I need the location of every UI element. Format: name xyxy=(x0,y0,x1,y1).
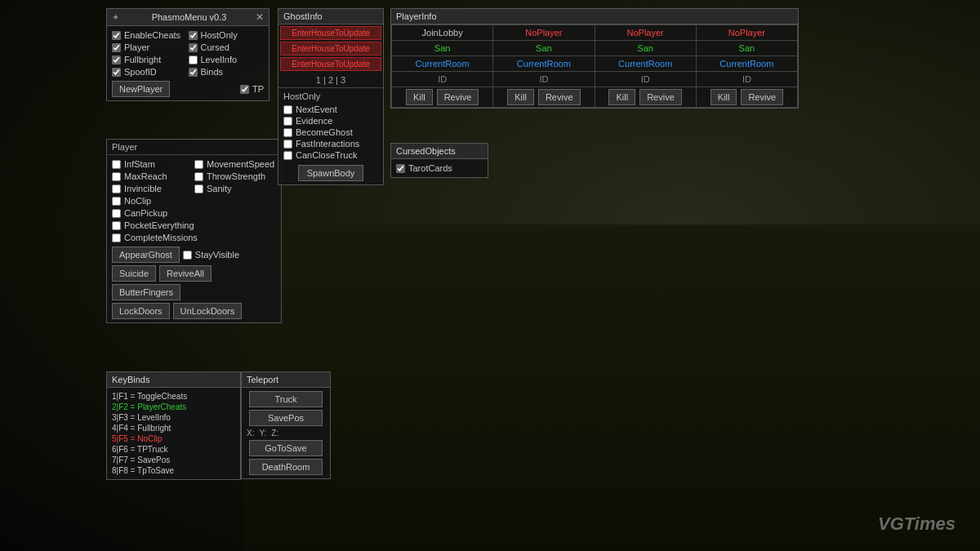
main-panel-close[interactable]: ✕ xyxy=(256,11,264,23)
tp-checkbox[interactable] xyxy=(240,85,249,94)
become-ghost-checkbox[interactable] xyxy=(283,128,292,137)
revive-all-button[interactable]: ReviveAll xyxy=(159,265,212,282)
noplayer-1-cell: NoPlayer xyxy=(493,25,595,41)
player-panel: Player InfStam MovementSpeed MaxReach Th… xyxy=(106,139,282,323)
stay-visible-checkbox[interactable] xyxy=(183,251,192,260)
go-to-save-button[interactable]: GoToSave xyxy=(249,440,323,456)
pocketeverything-checkbox[interactable] xyxy=(112,221,121,230)
maxreach-checkbox[interactable] xyxy=(112,172,121,181)
cursed-checkbox[interactable] xyxy=(189,43,198,52)
enter-house-2-button[interactable]: EnterHouseToUpdate xyxy=(280,42,381,56)
ghost-pages: 1 | 2 | 3 xyxy=(278,73,383,87)
tarot-cards-label: TarotCards xyxy=(408,163,452,173)
infstam-checkbox[interactable] xyxy=(112,160,121,169)
spoofid-checkbox[interactable] xyxy=(112,68,121,77)
canpickup-checkbox[interactable] xyxy=(112,209,121,218)
binds-label: Binds xyxy=(201,67,224,77)
revive-2-button[interactable]: Revive xyxy=(639,89,682,105)
kill-revive-0: Kill Revive xyxy=(392,87,493,108)
next-event-checkbox[interactable] xyxy=(283,105,292,114)
san-3-cell: San xyxy=(696,41,797,56)
x-label: X: xyxy=(247,429,254,438)
san-1-cell: San xyxy=(493,41,595,56)
completemissions-checkbox[interactable] xyxy=(112,233,121,242)
fast-interactions-label: FastInteractions xyxy=(296,139,359,149)
enable-cheats-checkbox[interactable] xyxy=(112,31,121,40)
throwstrength-checkbox[interactable] xyxy=(194,172,203,181)
levelinfo-checkbox[interactable] xyxy=(189,56,198,64)
player-info-header: PlayerInfo xyxy=(391,9,798,24)
evidence-row: Evidence xyxy=(283,115,378,127)
player-checkbox[interactable] xyxy=(112,43,121,52)
enter-house-1-button[interactable]: EnterHouseToUpdate xyxy=(280,26,381,40)
truck-button[interactable]: Truck xyxy=(249,391,323,407)
throwstrength-label: ThrowStrength xyxy=(207,171,265,181)
kb-7: 7|F7 = SavePos xyxy=(112,455,235,465)
host-only-label: HostOnly xyxy=(201,30,238,40)
pocketeverything-row: PocketEverything xyxy=(112,220,276,231)
host-only-checkbox[interactable] xyxy=(189,31,198,40)
kb-3: 3|F3 = LevelInfo xyxy=(112,412,235,423)
unlock-doors-button[interactable]: UnLockDoors xyxy=(173,303,243,319)
player-row: Player xyxy=(112,42,188,53)
tarot-cards-checkbox[interactable] xyxy=(396,164,405,173)
noclip-checkbox[interactable] xyxy=(112,197,121,206)
movementspeed-checkbox[interactable] xyxy=(194,160,203,169)
kb-5: 5|F5 = NoClip xyxy=(112,433,235,444)
can-close-truck-row: CanCloseTruck xyxy=(283,149,378,161)
new-player-button[interactable]: NewPlayer xyxy=(112,81,170,97)
fullbright-checkbox[interactable] xyxy=(112,56,121,64)
kb-1: 1|F1 = ToggleCheats xyxy=(112,391,235,402)
canpickup-label: CanPickup xyxy=(124,208,167,218)
room-1-cell: CurrentRoom xyxy=(493,56,595,72)
can-close-truck-label: CanCloseTruck xyxy=(296,150,357,160)
maxreach-label: MaxReach xyxy=(124,171,167,181)
revive-0-button[interactable]: Revive xyxy=(437,89,479,105)
player-info-panel: PlayerInfo JoinLobby NoPlayer NoPlayer N… xyxy=(390,8,799,109)
room-row: CurrentRoom CurrentRoom CurrentRoom Curr… xyxy=(392,56,798,72)
revive-3-button[interactable]: Revive xyxy=(741,89,783,105)
save-pos-button[interactable]: SavePos xyxy=(249,410,323,426)
suicide-button[interactable]: Suicide xyxy=(112,265,156,282)
san-0-cell: San xyxy=(392,41,493,56)
noplayer-3-cell: NoPlayer xyxy=(696,25,797,41)
spoofid-row: SpoofID xyxy=(112,66,188,78)
can-close-truck-checkbox[interactable] xyxy=(283,151,292,160)
player-info-title: PlayerInfo xyxy=(396,11,437,21)
spawn-body-button[interactable]: SpawnBody xyxy=(298,165,363,181)
ghost-panel-title: GhostInfo xyxy=(283,11,323,21)
kill-3-button[interactable]: Kill xyxy=(710,89,737,105)
binds-checkbox[interactable] xyxy=(189,68,198,77)
san-2-cell: San xyxy=(595,41,696,56)
evidence-checkbox[interactable] xyxy=(283,117,292,126)
san-row: San San San San xyxy=(392,41,798,56)
fast-interactions-checkbox[interactable] xyxy=(283,140,292,149)
kill-0-button[interactable]: Kill xyxy=(406,89,433,105)
revive-1-button[interactable]: Revive xyxy=(538,89,581,105)
lock-doors-button[interactable]: LockDoors xyxy=(112,303,170,319)
ghost-panel: GhostInfo EnterHouseToUpdate EnterHouseT… xyxy=(278,8,384,185)
invincible-checkbox[interactable] xyxy=(112,184,121,193)
coords-row: X: Y: Z: xyxy=(247,429,325,438)
join-row: JoinLobby NoPlayer NoPlayer NoPlayer xyxy=(392,25,798,41)
sanity-label: Sanity xyxy=(207,184,232,193)
kill-2-button[interactable]: Kill xyxy=(608,89,635,105)
spoofid-label: SpoofID xyxy=(124,67,157,77)
id-0-cell: ID xyxy=(392,72,493,87)
death-room-button[interactable]: DeathRoom xyxy=(249,459,323,475)
enable-cheats-row: EnableCheats xyxy=(112,29,188,41)
keybinds-title: KeyBinds xyxy=(112,375,149,384)
movementspeed-label: MovementSpeed xyxy=(207,159,274,169)
host-title: HostOnly xyxy=(283,91,378,101)
cursed-content: TarotCards xyxy=(391,159,488,177)
cheats-grid: EnableCheats HostOnly Player Cursed Full… xyxy=(112,29,264,78)
enter-house-3-button[interactable]: EnterHouseToUpdate xyxy=(280,57,381,71)
sanity-row: Sanity xyxy=(194,183,276,194)
kill-1-button[interactable]: Kill xyxy=(507,89,534,105)
main-panel-title: PhasmoMenu v0.3 xyxy=(152,12,227,22)
butter-fingers-button[interactable]: ButterFingers xyxy=(112,284,180,300)
next-event-label: NextEvent xyxy=(296,104,337,114)
sanity-checkbox[interactable] xyxy=(194,184,203,193)
noclip-label: NoClip xyxy=(124,196,151,206)
appear-ghost-button[interactable]: AppearGhost xyxy=(112,247,180,263)
